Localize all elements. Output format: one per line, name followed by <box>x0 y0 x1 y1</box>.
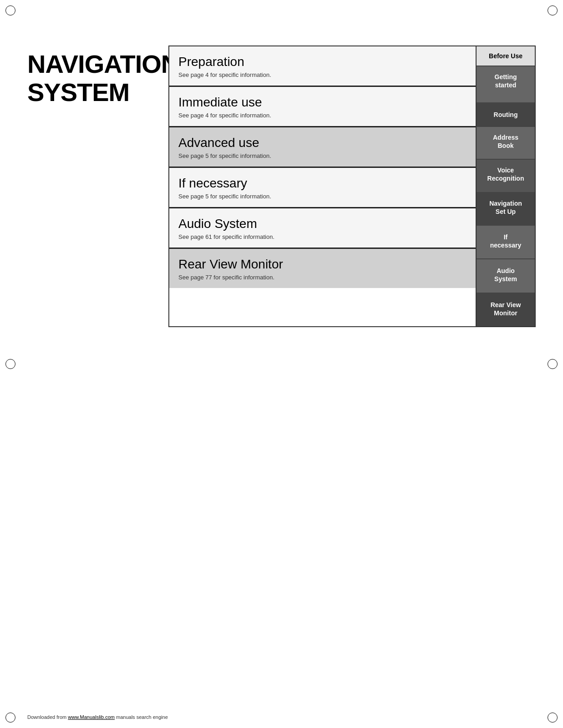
row-if-necessary: If necessary See page 5 for specific inf… <box>169 168 476 208</box>
advanced-title: Advanced use <box>178 136 467 150</box>
sidebar-navigation-setup[interactable]: NavigationSet Up <box>477 193 535 226</box>
cell-advanced: Advanced use See page 5 for specific inf… <box>169 127 476 167</box>
footer-link[interactable]: www.Manualslib.com <box>68 714 115 720</box>
content-panels: Preparation See page 4 for specific info… <box>168 46 477 327</box>
footer-prefix: Downloaded from <box>27 714 68 720</box>
preparation-title: Preparation <box>178 55 467 69</box>
sidebar-if-necessary[interactable]: Ifnecessary <box>477 226 535 259</box>
immediate-subtitle: See page 4 for specific information. <box>178 112 467 119</box>
sidebar-routing[interactable]: Routing <box>477 103 535 127</box>
row-immediate: Immediate use See page 4 for specific in… <box>169 87 476 127</box>
side-mark-left <box>5 359 15 369</box>
cell-immediate: Immediate use See page 4 for specific in… <box>169 87 476 126</box>
title-section: NAVIGATION SYSTEM <box>27 46 168 106</box>
cell-preparation: Preparation See page 4 for specific info… <box>169 46 476 86</box>
sidebar-voice-recognition[interactable]: VoiceRecognition <box>477 160 535 192</box>
cell-if-necessary: If necessary See page 5 for specific inf… <box>169 168 476 207</box>
sidebar-address-book[interactable]: AddressBook <box>477 127 535 160</box>
row-advanced: Advanced use See page 5 for specific inf… <box>169 127 476 168</box>
audio-subtitle: See page 61 for specific information. <box>178 233 467 240</box>
immediate-title: Immediate use <box>178 95 467 110</box>
main-title: NAVIGATION SYSTEM <box>27 50 168 106</box>
sidebar-before-use[interactable]: Before Use <box>477 46 535 66</box>
side-mark-right <box>548 359 558 369</box>
advanced-subtitle: See page 5 for specific information. <box>178 152 467 159</box>
footer-suffix: manuals search engine <box>115 714 168 720</box>
preparation-subtitle: See page 4 for specific information. <box>178 71 467 78</box>
audio-title: Audio System <box>178 217 467 231</box>
if-necessary-subtitle: See page 5 for specific information. <box>178 193 467 200</box>
corner-mark-br <box>548 713 558 723</box>
toc-area: Preparation See page 4 for specific info… <box>168 46 536 327</box>
corner-mark-tl <box>5 5 15 15</box>
cell-rear-view: Rear View Monitor See page 77 for specif… <box>169 249 476 288</box>
footer: Downloaded from www.Manualslib.com manua… <box>27 714 536 720</box>
row-rear-view: Rear View Monitor See page 77 for specif… <box>169 249 476 288</box>
sidebar-rear-view-monitor[interactable]: Rear ViewMonitor <box>477 293 535 326</box>
cell-audio: Audio System See page 61 for specific in… <box>169 208 476 248</box>
row-preparation: Preparation See page 4 for specific info… <box>169 46 476 87</box>
rear-view-subtitle: See page 77 for specific information. <box>178 274 467 281</box>
if-necessary-title: If necessary <box>178 176 467 191</box>
row-audio: Audio System See page 61 for specific in… <box>169 208 476 249</box>
sidebar-getting-started[interactable]: Gettingstarted <box>477 66 535 103</box>
page-content: NAVIGATION SYSTEM Preparation See page 4… <box>27 46 536 327</box>
sidebar: Before Use Gettingstarted Routing Addres… <box>477 46 536 327</box>
corner-mark-tr <box>548 5 558 15</box>
sidebar-audio-system[interactable]: AudioSystem <box>477 259 535 293</box>
corner-mark-bl <box>5 713 15 723</box>
rear-view-title: Rear View Monitor <box>178 257 467 272</box>
